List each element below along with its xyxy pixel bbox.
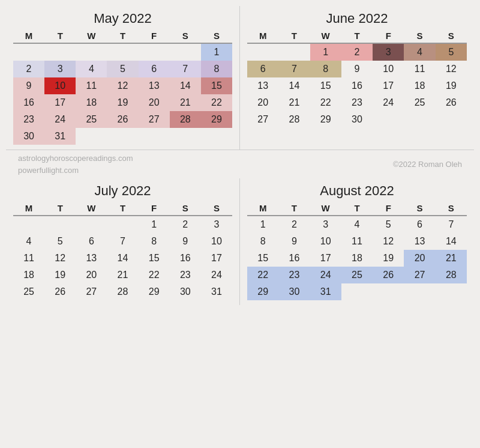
august-header-w: W	[310, 201, 341, 216]
list-item: 7	[170, 61, 201, 77]
list-item: 7	[107, 233, 138, 250]
table-row: 22 23 24 25 26 27 28	[247, 267, 467, 283]
list-item	[44, 216, 76, 233]
list-item: 7	[436, 216, 467, 233]
list-item: 5	[107, 61, 138, 77]
may-header-w: W	[76, 29, 107, 43]
list-item: 1	[201, 43, 232, 61]
list-item: 9	[341, 61, 373, 77]
june-header-m: M	[247, 29, 278, 43]
may-header-m: M	[13, 29, 44, 43]
june-title: June 2022	[247, 11, 467, 26]
list-item: 15	[201, 77, 232, 94]
list-item	[44, 43, 76, 61]
list-item: 6	[247, 61, 278, 77]
list-item: 18	[13, 267, 44, 283]
list-item: 14	[107, 250, 138, 267]
list-item: 26	[44, 283, 76, 300]
list-item: 13	[76, 250, 107, 267]
list-item: 24	[310, 267, 341, 283]
watermark-left: astrologyhoroscopereadings.com powerfull…	[18, 153, 133, 176]
list-item: 19	[107, 94, 138, 111]
august-header-f: F	[373, 201, 404, 216]
list-item: 20	[247, 94, 278, 111]
list-item: 23	[341, 94, 373, 111]
list-item: 13	[247, 77, 278, 94]
list-item: 4	[76, 61, 107, 77]
list-item: 2	[278, 216, 310, 233]
list-item: 27	[76, 283, 107, 300]
list-item: 1	[139, 216, 170, 233]
list-item: 27	[404, 267, 435, 283]
list-item: 17	[373, 77, 404, 94]
list-item	[310, 128, 341, 134]
list-item: 11	[76, 77, 107, 94]
july-header-s2: S	[201, 201, 232, 216]
list-item: 2	[341, 43, 373, 61]
list-item: 6	[139, 61, 170, 77]
august-header-s2: S	[436, 201, 467, 216]
watermark-line1: astrologyhoroscopereadings.com	[18, 153, 133, 165]
list-item: 24	[201, 267, 232, 283]
list-item: 22	[201, 94, 232, 111]
list-item	[373, 128, 404, 134]
june-header-s2: S	[436, 29, 467, 43]
june-header-w: W	[310, 29, 341, 43]
list-item: 30	[341, 111, 373, 128]
list-item: 23	[13, 111, 44, 128]
list-item: 17	[201, 250, 232, 267]
list-item: 21	[278, 94, 310, 111]
list-item: 23	[170, 267, 201, 283]
table-row: 6 7 8 9 10 11 12	[247, 61, 467, 77]
list-item	[107, 216, 138, 233]
list-item	[247, 128, 278, 134]
list-item: 14	[170, 77, 201, 94]
list-item: 18	[76, 94, 107, 111]
list-item: 31	[201, 283, 232, 300]
list-item	[341, 283, 373, 300]
list-item: 22	[139, 267, 170, 283]
list-item: 8	[247, 233, 278, 250]
list-item: 24	[373, 94, 404, 111]
list-item: 27	[247, 111, 278, 128]
list-item: 12	[44, 250, 76, 267]
list-item	[436, 111, 467, 128]
july-header-m: M	[13, 201, 44, 216]
list-item: 15	[310, 77, 341, 94]
table-row: 30 31	[13, 128, 232, 145]
list-item: 8	[310, 61, 341, 77]
list-item	[107, 128, 138, 145]
list-item: 17	[310, 250, 341, 267]
table-row: 1 2 3 4 5 6 7	[247, 216, 467, 233]
list-item: 25	[76, 111, 107, 128]
list-item: 15	[139, 250, 170, 267]
list-item: 25	[13, 283, 44, 300]
may-header-s1: S	[170, 29, 201, 43]
list-item: 26	[107, 111, 138, 128]
list-item: 31	[310, 283, 341, 300]
list-item: 26	[373, 267, 404, 283]
list-item	[436, 128, 467, 134]
list-item: 19	[373, 250, 404, 267]
list-item: 10	[201, 233, 232, 250]
august-header-s1: S	[404, 201, 435, 216]
june-table: M T W T F S S 1 2 3 4 5	[247, 29, 467, 134]
list-item: 29	[139, 283, 170, 300]
list-item: 28	[107, 283, 138, 300]
table-row: 23 24 25 26 27 28 29	[13, 111, 232, 128]
list-item: 14	[436, 233, 467, 250]
august-title: August 2022	[247, 183, 467, 199]
list-item: 16	[278, 250, 310, 267]
table-row: 2 3 4 5 6 7 8	[13, 61, 232, 77]
may-header-t1: T	[44, 29, 76, 43]
list-item: 11	[13, 250, 44, 267]
list-item: 16	[13, 94, 44, 111]
list-item: 21	[170, 94, 201, 111]
august-header-t2: T	[341, 201, 373, 216]
july-table: M T W T F S S 1 2 3	[13, 201, 232, 300]
table-row: 15 16 17 18 19 20 21	[247, 250, 467, 267]
list-item: 14	[278, 77, 310, 94]
list-item: 9	[170, 233, 201, 250]
watermark: astrologyhoroscopereadings.com powerfull…	[6, 150, 474, 178]
list-item: 28	[278, 111, 310, 128]
